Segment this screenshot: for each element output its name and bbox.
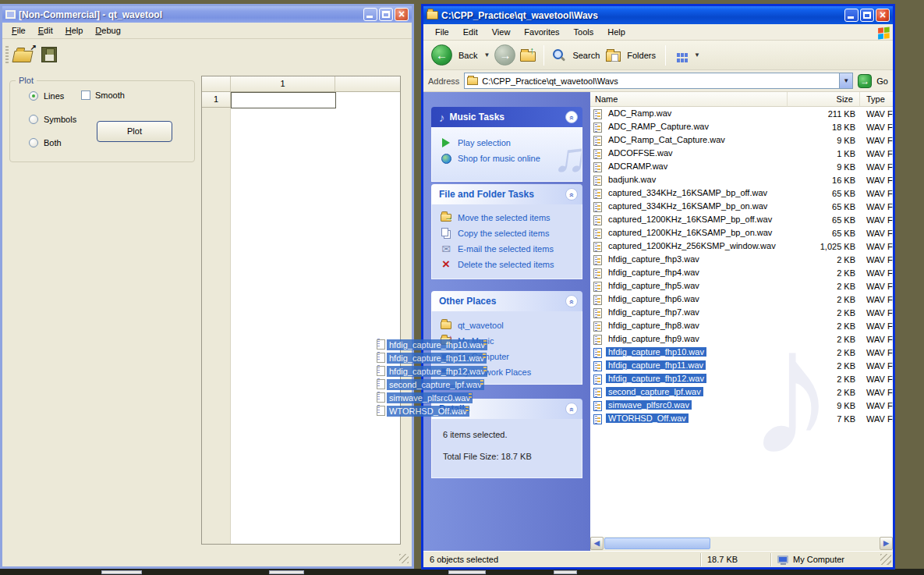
back-button-label[interactable]: Back <box>457 51 479 60</box>
column-header-type[interactable]: Type <box>860 92 893 107</box>
file-row[interactable]: hfdig_capture_fhp5.wav2 KBWAV Fi <box>590 280 893 293</box>
menu-item-favorites[interactable]: Favorites <box>517 25 566 39</box>
menu-item-file[interactable]: File <box>5 23 32 37</box>
file-row[interactable]: hfdig_capture_fhp12.wav2 KBWAV Fi <box>590 373 893 386</box>
menu-item-view[interactable]: View <box>485 25 518 39</box>
file-row[interactable]: captured_1200KHz_256KSMP_window.wav1,025… <box>590 240 893 254</box>
file-row[interactable]: hfdig_capture_fhp8.wav2 KBWAV Fi <box>590 320 893 333</box>
music-task-item[interactable]: Play selection <box>432 135 582 151</box>
back-dropdown-icon[interactable]: ▼ <box>483 51 490 59</box>
file-row[interactable]: captured_334KHz_16KSAMP_bp_off.wav65 KBW… <box>590 187 893 201</box>
address-input[interactable]: C:\CPP_Practice\qt_wavetool\Wavs ▼ <box>464 73 853 89</box>
views-icon[interactable] <box>677 53 680 57</box>
file-row[interactable]: ADC_Ramp.wav211 KBWAV Fi <box>590 108 893 121</box>
folders-button-label[interactable]: Folders <box>625 51 657 60</box>
search-button-label[interactable]: Search <box>571 51 601 60</box>
file-row[interactable]: ADCRAMP.wav9 KBWAV Fi <box>590 161 893 174</box>
go-icon[interactable]: → <box>858 74 872 88</box>
file-row[interactable]: hfdig_capture_fhp4.wav2 KBWAV Fi <box>590 267 893 280</box>
file-row[interactable]: hfdig_capture_fhp3.wav2 KBWAV Fi <box>590 254 893 267</box>
menu-item-edit[interactable]: Edit <box>456 25 485 39</box>
close-button[interactable]: × <box>876 9 890 22</box>
collapse-button[interactable]: » <box>565 295 578 307</box>
maximize-button[interactable] <box>860 9 874 22</box>
menu-item-help[interactable]: Help <box>600 25 632 39</box>
file-row[interactable]: ADCOFFSE.wav1 KBWAV Fi <box>590 147 893 161</box>
radio-option-lines[interactable]: Lines <box>29 91 64 101</box>
wav-file-icon <box>593 202 602 212</box>
other-place-item[interactable]: qt_wavetool <box>432 318 582 333</box>
qt-titlebar[interactable]: [Non-Commercial] - qt_wavetool × <box>2 6 412 23</box>
file-row[interactable]: captured_1200KHz_16KSAMP_bp_off.wav65 KB… <box>590 214 893 227</box>
views-dropdown-icon[interactable]: ▼ <box>694 51 700 59</box>
table-column-header[interactable]: 1 <box>231 76 335 92</box>
radio-option-symbols[interactable]: Symbols <box>29 114 76 124</box>
wav-file-icon <box>593 282 602 292</box>
minimize-button[interactable] <box>363 8 377 21</box>
collapse-button[interactable]: » <box>565 188 578 201</box>
file-row[interactable]: ADC_RAMP_Capture.wav18 KBWAV Fi <box>590 121 893 134</box>
back-button[interactable]: ← <box>431 44 452 66</box>
file-row[interactable]: hfdig_capture_fhp6.wav2 KBWAV Fi <box>590 293 893 307</box>
file-name-cell: hfdig_capture_fhp4.wav <box>606 268 702 277</box>
forward-button[interactable]: → <box>494 44 515 66</box>
close-button[interactable]: × <box>395 8 409 21</box>
radio-icon[interactable] <box>29 91 38 101</box>
collapse-button[interactable]: » <box>565 403 578 415</box>
plot-button[interactable]: Plot <box>97 121 172 142</box>
window-resize-grip[interactable] <box>399 554 409 563</box>
folders-icon[interactable] <box>606 51 621 62</box>
file-task-item[interactable]: Copy the selected items <box>432 225 582 241</box>
scroll-left-button[interactable]: ◀ <box>590 537 604 550</box>
file-row[interactable]: hfdig_capture_fhp10.wav2 KBWAV Fi <box>590 346 893 360</box>
window-resize-grip[interactable] <box>880 554 891 565</box>
file-name-cell: second_capture_lpf.wav <box>606 387 703 396</box>
menu-item-help[interactable]: Help <box>59 23 90 37</box>
file-row[interactable]: captured_334KHz_16KSAMP_bp_on.wav65 KBWA… <box>590 201 893 214</box>
file-task-item[interactable]: Move the selected items <box>432 210 582 225</box>
search-icon[interactable] <box>552 48 566 62</box>
radio-icon[interactable] <box>29 115 38 124</box>
radio-option-both[interactable]: Both <box>29 137 62 147</box>
go-button-label[interactable]: Go <box>876 76 888 86</box>
file-row[interactable]: badjunk.wav16 KBWAV Fi <box>590 174 893 187</box>
column-header-size[interactable]: Size <box>788 92 860 107</box>
file-row[interactable]: second_capture_lpf.wav2 KBWAV Fi <box>590 386 893 399</box>
menu-item-debug[interactable]: Debug <box>89 23 126 37</box>
menu-item-tools[interactable]: Tools <box>567 25 601 39</box>
checkbox-icon[interactable] <box>81 91 90 100</box>
collapse-button[interactable]: » <box>565 111 578 123</box>
file-row[interactable]: hfdig_capture_fhp9.wav2 KBWAV Fi <box>590 333 893 346</box>
file-row[interactable]: WTORHSD_Off.wav7 KBWAV Fi <box>590 413 893 426</box>
scrollbar-thumb[interactable] <box>604 538 710 549</box>
music-task-item[interactable]: Shop for music online <box>432 151 582 166</box>
file-task-item[interactable]: E-mail the selected items <box>432 241 582 257</box>
music-tasks-header[interactable]: ♪ Music Tasks » <box>431 107 582 127</box>
file-row[interactable]: simwave_plfsrc0.wav9 KBWAV Fi <box>590 399 893 413</box>
save-button[interactable] <box>41 47 57 62</box>
file-row[interactable]: ADC_Ramp_Cat_Capture.wav9 KBWAV Fi <box>590 134 893 147</box>
scroll-right-button[interactable]: ▶ <box>880 537 893 550</box>
file-row[interactable]: hfdig_capture_fhp7.wav2 KBWAV Fi <box>590 307 893 320</box>
file-folder-tasks-header[interactable]: File and Folder Tasks » <box>431 184 582 204</box>
file-task-item[interactable]: Delete the selected items <box>432 257 582 272</box>
menu-item-edit[interactable]: Edit <box>32 23 59 37</box>
file-row[interactable]: captured_1200KHz_16KSAMP_bp_on.wav65 KBW… <box>590 227 893 240</box>
up-button[interactable] <box>520 51 536 62</box>
menu-item-file[interactable]: File <box>428 25 456 39</box>
file-row[interactable]: hfdig_capture_fhp11.wav2 KBWAV Fi <box>590 360 893 373</box>
minimize-button[interactable] <box>844 9 859 22</box>
address-dropdown-button[interactable]: ▼ <box>839 73 852 88</box>
column-header-name[interactable]: Name <box>590 92 788 107</box>
maximize-button[interactable] <box>379 8 393 21</box>
smooth-checkbox[interactable]: Smooth <box>81 91 125 100</box>
explorer-titlebar[interactable]: C:\CPP_Practice\qt_wavetool\Wavs × <box>423 6 893 24</box>
drag-ghost-item: hfdig_capture_fhp12.wav <box>377 364 487 378</box>
table-current-cell[interactable] <box>231 92 336 108</box>
data-table[interactable]: 1 1 <box>201 76 401 545</box>
open-file-button[interactable] <box>12 51 33 62</box>
table-row-header[interactable]: 1 <box>202 92 231 108</box>
horizontal-scrollbar[interactable]: ◀ ▶ <box>590 537 893 550</box>
other-places-header[interactable]: Other Places » <box>431 291 582 311</box>
radio-icon[interactable] <box>29 138 38 147</box>
